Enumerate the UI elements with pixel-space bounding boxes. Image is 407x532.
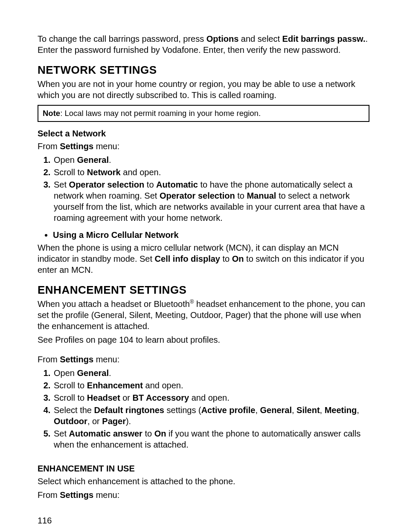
- mcn-bullet: Using a Micro Cellular Network: [53, 229, 369, 240]
- enhancement-intro: When you attach a headset or Bluetooth® …: [38, 298, 369, 332]
- enhancement-settings-heading: ENHANCEMENT SETTINGS: [38, 283, 369, 298]
- from-settings: From Settings menu:: [38, 141, 369, 152]
- list-item: Set Automatic answer to On if you want t…: [53, 428, 369, 450]
- from-settings: From Settings menu:: [38, 354, 369, 365]
- network-intro: When you are not in your home country or…: [38, 78, 369, 101]
- network-settings-heading: NETWORK SETTINGS: [38, 63, 369, 78]
- network-steps: Open General. Scroll to Network and open…: [38, 154, 369, 223]
- from-settings: From Settings menu:: [38, 489, 369, 500]
- text: To change the call barrings password, pr…: [38, 34, 206, 43]
- list-item: Scroll to Enhancement and open.: [53, 380, 369, 391]
- list-item: Scroll to Headset or BT Accessory and op…: [53, 392, 369, 403]
- text: menu:: [93, 142, 119, 151]
- see-profiles: See Profiles on page 104 to learn about …: [38, 334, 369, 345]
- list-item: Set Operator selection to Automatic to h…: [53, 179, 369, 223]
- mcn-bullet-list: Using a Micro Cellular Network: [38, 229, 369, 240]
- bold: Settings: [60, 355, 93, 364]
- text: to: [220, 254, 232, 263]
- text: menu:: [93, 355, 119, 364]
- enhancement-in-use-text: Select which enhancement is attached to …: [38, 476, 369, 487]
- registered-symbol: ®: [190, 298, 194, 305]
- mcn-paragraph: When the phone is using a micro cellular…: [38, 242, 369, 275]
- bold: Edit barrings passw.: [282, 34, 366, 43]
- list-item: Open General.: [53, 367, 369, 379]
- text: From: [38, 355, 60, 364]
- bold: Settings: [60, 490, 93, 500]
- text: menu:: [93, 490, 119, 500]
- list-item: Scroll to Network and open.: [53, 167, 369, 178]
- text: When you attach a headset or Bluetooth: [38, 299, 190, 309]
- bold: On: [232, 254, 244, 263]
- list-item: Open General.: [53, 154, 369, 165]
- note-label: Note: [43, 109, 60, 118]
- bold: Settings: [60, 142, 93, 151]
- enhancement-in-use-heading: ENHANCEMENT IN USE: [38, 463, 369, 474]
- bold: Cell info display: [155, 254, 220, 263]
- text: From: [38, 490, 60, 500]
- select-network-heading: Select a Network: [38, 128, 369, 139]
- note-box: Note: Local laws may not permit roaming …: [38, 105, 369, 122]
- enhancement-steps: Open General. Scroll to Enhancement and …: [38, 367, 369, 450]
- note-text: : Local laws may not permit roaming in y…: [60, 109, 261, 118]
- intro-paragraph: To change the call barrings password, pr…: [38, 33, 369, 55]
- bold: Options: [206, 34, 239, 43]
- list-item: Select the Default ringtones settings (A…: [53, 405, 369, 427]
- page-number: 116: [38, 515, 369, 526]
- text: and select: [238, 34, 282, 43]
- text: From: [38, 142, 60, 151]
